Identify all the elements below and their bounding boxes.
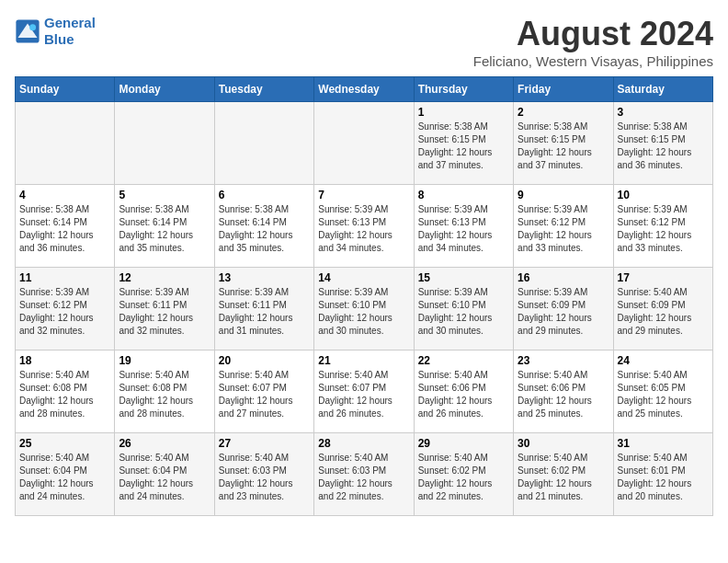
day-info: Sunrise: 5:38 AM Sunset: 6:14 PM Dayligh…: [119, 203, 210, 255]
day-number: 26: [119, 437, 210, 450]
weekday-header-sunday: Sunday: [16, 77, 115, 102]
calendar-cell: [214, 102, 313, 185]
day-info: Sunrise: 5:39 AM Sunset: 6:13 PM Dayligh…: [418, 203, 509, 255]
calendar-cell: 2Sunrise: 5:38 AM Sunset: 6:15 PM Daylig…: [514, 102, 613, 185]
day-info: Sunrise: 5:40 AM Sunset: 6:04 PM Dayligh…: [119, 452, 210, 503]
day-info: Sunrise: 5:40 AM Sunset: 6:02 PM Dayligh…: [518, 452, 609, 503]
calendar-cell: 6Sunrise: 5:38 AM Sunset: 6:14 PM Daylig…: [214, 185, 313, 268]
calendar-cell: 13Sunrise: 5:39 AM Sunset: 6:11 PM Dayli…: [214, 268, 313, 350]
calendar-cell: 5Sunrise: 5:38 AM Sunset: 6:14 PM Daylig…: [115, 185, 214, 268]
day-info: Sunrise: 5:38 AM Sunset: 6:15 PM Dayligh…: [418, 121, 509, 172]
day-info: Sunrise: 5:40 AM Sunset: 6:07 PM Dayligh…: [318, 369, 409, 420]
day-number: 25: [19, 437, 110, 450]
day-number: 23: [518, 354, 609, 367]
day-number: 19: [119, 354, 210, 367]
day-number: 14: [318, 271, 409, 284]
day-info: Sunrise: 5:40 AM Sunset: 6:07 PM Dayligh…: [219, 369, 310, 420]
day-info: Sunrise: 5:39 AM Sunset: 6:12 PM Dayligh…: [618, 203, 709, 255]
day-number: 8: [418, 189, 509, 201]
calendar-cell: 3Sunrise: 5:38 AM Sunset: 6:15 PM Daylig…: [613, 102, 712, 185]
day-info: Sunrise: 5:40 AM Sunset: 6:03 PM Dayligh…: [219, 452, 310, 503]
calendar-cell: 28Sunrise: 5:40 AM Sunset: 6:03 PM Dayli…: [314, 433, 414, 516]
day-info: Sunrise: 5:39 AM Sunset: 6:11 PM Dayligh…: [119, 286, 210, 338]
day-number: 2: [518, 106, 609, 119]
calendar-cell: 20Sunrise: 5:40 AM Sunset: 6:07 PM Dayli…: [214, 350, 313, 433]
day-number: 30: [518, 437, 609, 450]
day-info: Sunrise: 5:40 AM Sunset: 6:06 PM Dayligh…: [518, 369, 609, 420]
calendar-cell: [16, 102, 115, 185]
calendar-cell: 16Sunrise: 5:39 AM Sunset: 6:09 PM Dayli…: [514, 268, 613, 350]
day-number: 28: [318, 437, 409, 450]
day-number: 9: [518, 189, 609, 201]
subtitle: Feliciano, Western Visayas, Philippines: [473, 53, 713, 69]
calendar-table: SundayMondayTuesdayWednesdayThursdayFrid…: [15, 76, 713, 516]
day-info: Sunrise: 5:39 AM Sunset: 6:12 PM Dayligh…: [518, 203, 609, 255]
calendar-cell: 26Sunrise: 5:40 AM Sunset: 6:04 PM Dayli…: [115, 433, 214, 516]
calendar-cell: [115, 102, 214, 185]
week-row-4: 18Sunrise: 5:40 AM Sunset: 6:08 PM Dayli…: [16, 350, 713, 433]
day-info: Sunrise: 5:40 AM Sunset: 6:05 PM Dayligh…: [618, 369, 709, 420]
calendar-cell: 8Sunrise: 5:39 AM Sunset: 6:13 PM Daylig…: [414, 185, 513, 268]
day-number: 15: [418, 271, 509, 284]
day-info: Sunrise: 5:40 AM Sunset: 6:08 PM Dayligh…: [119, 369, 210, 420]
header: General Blue August 2024 Feliciano, West…: [15, 15, 713, 69]
calendar-cell: 10Sunrise: 5:39 AM Sunset: 6:12 PM Dayli…: [613, 185, 712, 268]
day-number: 24: [618, 354, 709, 367]
calendar-cell: 31Sunrise: 5:40 AM Sunset: 6:01 PM Dayli…: [613, 433, 712, 516]
day-number: 4: [19, 189, 110, 201]
calendar-cell: [314, 102, 414, 185]
day-number: 16: [518, 271, 609, 284]
day-number: 13: [219, 271, 310, 284]
calendar-cell: 18Sunrise: 5:40 AM Sunset: 6:08 PM Dayli…: [16, 350, 115, 433]
day-number: 3: [618, 106, 709, 119]
calendar-cell: 30Sunrise: 5:40 AM Sunset: 6:02 PM Dayli…: [514, 433, 613, 516]
week-row-1: 1Sunrise: 5:38 AM Sunset: 6:15 PM Daylig…: [16, 102, 713, 185]
day-number: 17: [618, 271, 709, 284]
weekday-header-row: SundayMondayTuesdayWednesdayThursdayFrid…: [16, 77, 713, 102]
calendar-cell: 7Sunrise: 5:39 AM Sunset: 6:13 PM Daylig…: [314, 185, 414, 268]
day-info: Sunrise: 5:40 AM Sunset: 6:01 PM Dayligh…: [618, 452, 709, 503]
day-number: 20: [219, 354, 310, 367]
calendar-cell: 14Sunrise: 5:39 AM Sunset: 6:10 PM Dayli…: [314, 268, 414, 350]
day-info: Sunrise: 5:39 AM Sunset: 6:13 PM Dayligh…: [318, 203, 409, 255]
calendar-cell: 12Sunrise: 5:39 AM Sunset: 6:11 PM Dayli…: [115, 268, 214, 350]
weekday-header-monday: Monday: [115, 77, 214, 102]
day-info: Sunrise: 5:40 AM Sunset: 6:06 PM Dayligh…: [418, 369, 509, 420]
day-number: 31: [618, 437, 709, 450]
day-info: Sunrise: 5:38 AM Sunset: 6:14 PM Dayligh…: [19, 203, 110, 255]
day-info: Sunrise: 5:38 AM Sunset: 6:15 PM Dayligh…: [618, 121, 709, 172]
week-row-3: 11Sunrise: 5:39 AM Sunset: 6:12 PM Dayli…: [16, 268, 713, 350]
day-number: 12: [119, 271, 210, 284]
main-title: August 2024: [473, 15, 713, 53]
calendar-cell: 15Sunrise: 5:39 AM Sunset: 6:10 PM Dayli…: [414, 268, 513, 350]
day-number: 21: [318, 354, 409, 367]
calendar-cell: 29Sunrise: 5:40 AM Sunset: 6:02 PM Dayli…: [414, 433, 513, 516]
weekday-header-wednesday: Wednesday: [314, 77, 414, 102]
day-number: 7: [318, 189, 409, 201]
day-number: 1: [418, 106, 509, 119]
week-row-5: 25Sunrise: 5:40 AM Sunset: 6:04 PM Dayli…: [16, 433, 713, 516]
weekday-header-thursday: Thursday: [414, 77, 513, 102]
calendar-cell: 27Sunrise: 5:40 AM Sunset: 6:03 PM Dayli…: [214, 433, 313, 516]
calendar-cell: 21Sunrise: 5:40 AM Sunset: 6:07 PM Dayli…: [314, 350, 414, 433]
day-number: 27: [219, 437, 310, 450]
calendar-cell: 11Sunrise: 5:39 AM Sunset: 6:12 PM Dayli…: [16, 268, 115, 350]
day-info: Sunrise: 5:40 AM Sunset: 6:04 PM Dayligh…: [19, 452, 110, 503]
calendar-cell: 23Sunrise: 5:40 AM Sunset: 6:06 PM Dayli…: [514, 350, 613, 433]
day-info: Sunrise: 5:38 AM Sunset: 6:14 PM Dayligh…: [219, 203, 310, 255]
logo-icon: [15, 18, 40, 44]
day-info: Sunrise: 5:39 AM Sunset: 6:11 PM Dayligh…: [219, 286, 310, 338]
logo: General Blue: [15, 15, 96, 48]
calendar-cell: 25Sunrise: 5:40 AM Sunset: 6:04 PM Dayli…: [16, 433, 115, 516]
day-number: 18: [19, 354, 110, 367]
day-info: Sunrise: 5:40 AM Sunset: 6:08 PM Dayligh…: [19, 369, 110, 420]
day-number: 10: [618, 189, 709, 201]
calendar-cell: 22Sunrise: 5:40 AM Sunset: 6:06 PM Dayli…: [414, 350, 513, 433]
calendar-cell: 9Sunrise: 5:39 AM Sunset: 6:12 PM Daylig…: [514, 185, 613, 268]
day-info: Sunrise: 5:40 AM Sunset: 6:02 PM Dayligh…: [418, 452, 509, 503]
day-info: Sunrise: 5:39 AM Sunset: 6:10 PM Dayligh…: [418, 286, 509, 338]
logo-line1: General: [44, 15, 96, 30]
calendar-cell: 17Sunrise: 5:40 AM Sunset: 6:09 PM Dayli…: [613, 268, 712, 350]
day-info: Sunrise: 5:40 AM Sunset: 6:09 PM Dayligh…: [618, 286, 709, 338]
day-info: Sunrise: 5:39 AM Sunset: 6:09 PM Dayligh…: [518, 286, 609, 338]
